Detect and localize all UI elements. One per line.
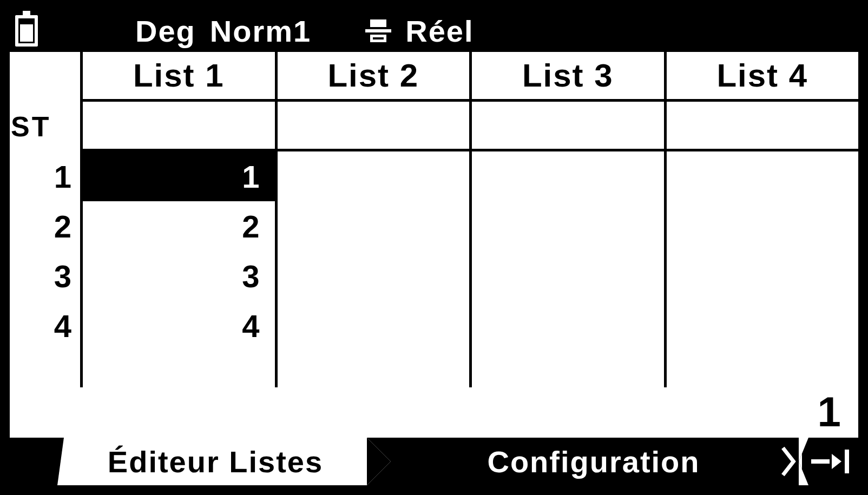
list-columns: List 1 1 2 3 4 List 2 List 3 [80, 52, 858, 387]
column-header[interactable]: List 3 [472, 52, 664, 102]
cell[interactable]: 2 [83, 201, 275, 251]
tab-config[interactable]: Configuration [367, 438, 799, 485]
list-column-2[interactable]: List 2 [275, 52, 470, 387]
column-sub[interactable] [278, 102, 470, 151]
cell[interactable] [667, 151, 859, 201]
input-echo: 1 [818, 387, 842, 437]
cell[interactable] [472, 251, 664, 301]
display-mode: Norm1 [210, 14, 311, 49]
list-column-4[interactable]: List 4 [664, 52, 859, 387]
row-index: 4 [10, 301, 80, 351]
cell[interactable] [667, 301, 859, 351]
row-index: 1 [10, 151, 80, 201]
cell[interactable] [472, 301, 664, 351]
cell[interactable] [278, 251, 470, 301]
screen-frame: Deg Norm1 Réel ST 1 2 3 4 List 1 1 [0, 0, 868, 495]
cell[interactable] [472, 201, 664, 251]
number-mode: Réel [405, 14, 474, 49]
status-modes: Deg Norm1 [135, 14, 311, 49]
cell[interactable]: 3 [83, 251, 275, 301]
status-number-mode-group: Réel [365, 14, 474, 49]
tab-editor-label: Éditeur Listes [108, 444, 323, 479]
sub-row-label: ST [10, 102, 80, 151]
tab-stub[interactable] [10, 438, 64, 485]
column-sub[interactable] [472, 102, 664, 151]
row-index: 3 [10, 251, 80, 301]
cell[interactable]: 4 [83, 301, 275, 351]
column-sub[interactable] [83, 102, 275, 151]
cell[interactable]: 1 [83, 151, 275, 201]
bottom-tabs: Éditeur Listes Configuration [10, 438, 858, 485]
fraction-icon [365, 19, 391, 42]
cell[interactable] [667, 251, 859, 301]
row-labels: ST 1 2 3 4 [10, 52, 80, 351]
next-page-button[interactable] [799, 438, 858, 485]
column-header[interactable]: List 4 [667, 52, 859, 102]
cell[interactable] [278, 301, 470, 351]
cell[interactable] [278, 151, 470, 201]
tab-editor[interactable]: Éditeur Listes [64, 438, 367, 485]
cell[interactable] [278, 201, 470, 251]
list-table: ST 1 2 3 4 List 1 1 2 3 4 List 2 [10, 52, 858, 387]
row-label-blank [10, 52, 80, 102]
row-index: 2 [10, 201, 80, 251]
column-sub[interactable] [667, 102, 859, 151]
battery-icon [15, 15, 38, 47]
list-column-3[interactable]: List 3 [469, 52, 664, 387]
column-header[interactable]: List 1 [83, 52, 275, 102]
cell[interactable] [667, 201, 859, 251]
column-header[interactable]: List 2 [278, 52, 470, 102]
arrow-right-end-icon [811, 450, 849, 473]
angle-mode: Deg [135, 14, 196, 49]
status-bar: Deg Norm1 Réel [10, 10, 858, 52]
tab-config-label: Configuration [487, 444, 700, 479]
cell[interactable] [472, 151, 664, 201]
list-column-1[interactable]: List 1 1 2 3 4 [80, 52, 275, 387]
chevron-right-icon [779, 438, 799, 485]
